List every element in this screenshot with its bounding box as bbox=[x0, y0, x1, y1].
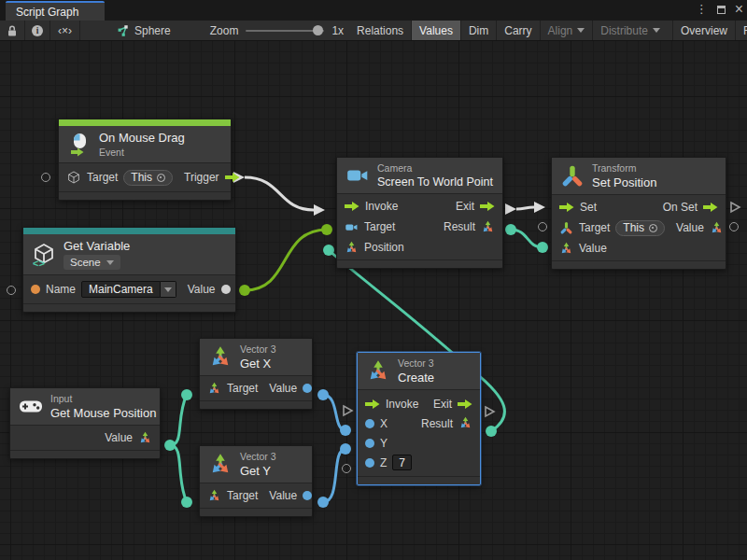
vector3-port-icon[interactable] bbox=[345, 241, 359, 255]
x-input-port[interactable] bbox=[365, 419, 374, 428]
create-exit-output-port[interactable] bbox=[484, 405, 496, 418]
node-on-mouse-drag[interactable]: On Mouse Drag Event Target This Trigger bbox=[58, 119, 232, 201]
full-screen-button[interactable]: Full Screen bbox=[736, 21, 747, 40]
variable-scope-dropdown[interactable]: Scene bbox=[63, 255, 120, 270]
create-invoke-input-port[interactable] bbox=[342, 404, 354, 417]
transform-target-input-port[interactable] bbox=[538, 222, 547, 231]
inspect-button[interactable] bbox=[25, 21, 50, 40]
flow-arrow-icon[interactable] bbox=[345, 201, 359, 212]
camera-port-icon[interactable] bbox=[345, 220, 359, 234]
lock-icon bbox=[6, 24, 19, 37]
edit-code-button[interactable]: ‹×› bbox=[50, 21, 80, 40]
wire-variable-to-target[interactable] bbox=[245, 230, 327, 290]
zoom-label: Zoom bbox=[210, 24, 239, 37]
lock-button[interactable] bbox=[0, 21, 25, 40]
create-result-port[interactable] bbox=[486, 426, 497, 437]
this-target-chip[interactable]: This bbox=[123, 170, 173, 186]
value-output-port[interactable] bbox=[303, 384, 312, 393]
unity-script-graph-window: Script Graph ⋮ × ‹×› Sphere Zoom 1x bbox=[0, 0, 747, 560]
variable-value-port[interactable] bbox=[239, 285, 250, 296]
vector3-port-icon[interactable] bbox=[458, 416, 472, 430]
menu-icon[interactable]: ⋮ bbox=[696, 0, 708, 19]
create-z-input-port[interactable] bbox=[342, 464, 351, 473]
flow-arrow-icon[interactable] bbox=[480, 201, 495, 212]
vector3-port-icon[interactable] bbox=[138, 431, 152, 445]
create-y-port[interactable] bbox=[340, 443, 351, 455]
on-set-port-label: On Set bbox=[663, 201, 698, 214]
flow-arrow-icon[interactable] bbox=[703, 202, 718, 213]
getx-value-port[interactable] bbox=[317, 389, 329, 400]
align-button[interactable]: Align bbox=[541, 21, 594, 40]
overview-button[interactable]: Overview bbox=[672, 21, 736, 40]
node-get-y[interactable]: Vector 3 Get Y Target Value bbox=[199, 445, 313, 517]
camera-result-port[interactable] bbox=[505, 224, 516, 235]
vector3-port-icon[interactable] bbox=[207, 489, 221, 503]
zoom-slider-handle[interactable] bbox=[313, 25, 323, 35]
wire-mouse-to-getx[interactable] bbox=[170, 395, 187, 445]
values-button[interactable]: Values bbox=[412, 21, 461, 40]
graph-canvas[interactable]: On Mouse Drag Event Target This Trigger bbox=[0, 41, 747, 560]
value-output-port[interactable] bbox=[303, 491, 312, 500]
get-variable-name-input-port[interactable] bbox=[7, 286, 16, 295]
node-header: Transform Set Position bbox=[552, 158, 726, 195]
flow-arrow-icon[interactable] bbox=[225, 172, 240, 183]
camera-position-port[interactable] bbox=[323, 245, 334, 256]
on-mouse-drag-target-input-port[interactable] bbox=[41, 173, 50, 182]
node-get-x[interactable]: Vector 3 Get X Target Value bbox=[199, 338, 313, 410]
tab-title: Script Graph bbox=[16, 6, 78, 19]
tab-script-graph[interactable]: Script Graph bbox=[6, 1, 105, 21]
create-x-port[interactable] bbox=[340, 425, 351, 436]
transform-on-set-output-port[interactable] bbox=[729, 201, 741, 214]
dim-button[interactable]: Dim bbox=[461, 21, 497, 40]
title-bar: Script Graph ⋮ × bbox=[0, 0, 747, 21]
vector3-port-icon[interactable] bbox=[481, 220, 495, 234]
node-title: On Mouse Drag bbox=[99, 131, 185, 145]
gety-target-port[interactable] bbox=[181, 497, 192, 508]
set-port-in[interactable] bbox=[534, 202, 545, 213]
getx-target-port[interactable] bbox=[181, 389, 192, 400]
mouse-value-port[interactable] bbox=[164, 440, 176, 451]
close-icon[interactable]: × bbox=[735, 0, 743, 19]
maximize-icon[interactable] bbox=[717, 6, 726, 14]
this-target-chip[interactable]: This bbox=[615, 220, 665, 236]
node-create-vector3[interactable]: Vector 3 Create Invoke Exit X Result bbox=[357, 352, 481, 485]
transform-port-icon[interactable] bbox=[559, 221, 573, 235]
wire-trigger-to-invoke[interactable] bbox=[245, 177, 314, 210]
vector3-port-icon[interactable] bbox=[559, 242, 573, 256]
name-input-port[interactable] bbox=[31, 285, 40, 294]
flow-arrow-icon[interactable] bbox=[365, 399, 380, 410]
node-category: Input bbox=[50, 393, 156, 404]
carry-button[interactable]: Carry bbox=[497, 21, 540, 40]
transform-value-port[interactable] bbox=[537, 242, 548, 253]
distribute-button[interactable]: Distribute bbox=[593, 21, 668, 40]
vector3-port-icon[interactable] bbox=[710, 221, 724, 235]
variable-name-field[interactable]: MainCamera bbox=[81, 281, 176, 298]
zoom-slider[interactable] bbox=[246, 30, 324, 32]
camera-icon bbox=[345, 163, 370, 188]
invoke-port-in[interactable] bbox=[314, 204, 325, 216]
vector3-port-icon[interactable] bbox=[207, 382, 221, 396]
y-input-port[interactable] bbox=[365, 439, 374, 448]
flow-arrow-icon[interactable] bbox=[559, 202, 574, 213]
exit-port-out[interactable] bbox=[505, 203, 516, 215]
node-get-variable[interactable]: Get Variable Scene Name MainCamera bbox=[22, 227, 236, 313]
gety-value-port[interactable] bbox=[317, 497, 329, 508]
flow-arrow-icon[interactable] bbox=[458, 399, 472, 410]
node-get-mouse-position[interactable]: Input Get Mouse Position Value bbox=[9, 387, 161, 459]
wire-gety-to-y[interactable] bbox=[323, 449, 345, 502]
z-input-port[interactable] bbox=[365, 458, 374, 468]
z-value-field[interactable]: 7 bbox=[392, 455, 412, 470]
value-output-port[interactable] bbox=[221, 285, 231, 294]
camera-target-port[interactable] bbox=[321, 224, 332, 235]
node-set-position[interactable]: Transform Set Position Set On Set Target… bbox=[551, 157, 726, 270]
relations-button[interactable]: Relations bbox=[349, 21, 412, 40]
wire-exit-to-set[interactable] bbox=[516, 207, 534, 209]
wire-mouse-to-gety[interactable] bbox=[170, 445, 187, 502]
value-output-label: Value bbox=[676, 221, 704, 234]
graph-reference[interactable]: Sphere bbox=[110, 21, 176, 40]
vector3-icon bbox=[208, 345, 233, 370]
mouse-drag-icon bbox=[67, 133, 92, 157]
transform-value-output-port[interactable] bbox=[729, 222, 739, 231]
chevron-down-icon bbox=[577, 28, 585, 33]
node-screen-to-world-point[interactable]: Camera Screen To World Point Invoke Exit… bbox=[336, 157, 503, 269]
